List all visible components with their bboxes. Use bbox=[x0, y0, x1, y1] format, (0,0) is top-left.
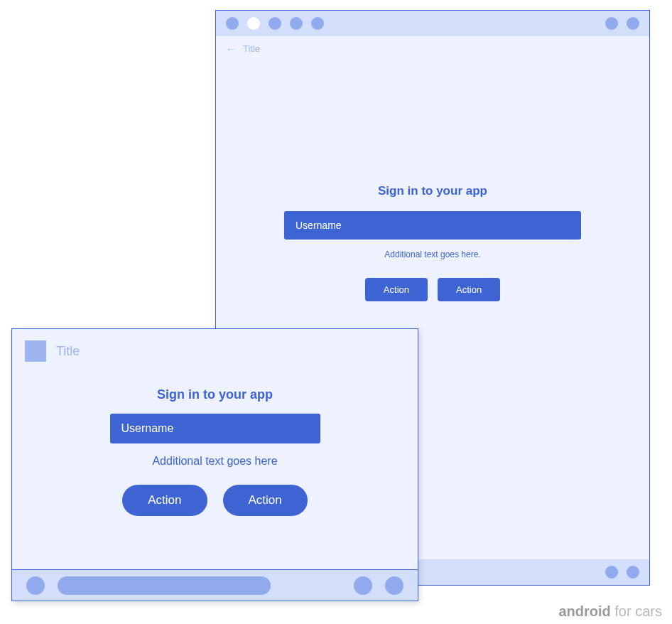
nav-dot-icon[interactable] bbox=[385, 576, 403, 595]
form-subtext: Additional text goes here. bbox=[384, 249, 480, 259]
status-dot-icon bbox=[269, 17, 281, 30]
sign-in-form: Sign in to your app Username Additional … bbox=[12, 387, 418, 516]
caption-bold: android bbox=[558, 603, 610, 619]
action-button-2[interactable]: Action bbox=[223, 485, 308, 516]
back-arrow-icon[interactable]: ← bbox=[226, 44, 236, 54]
form-heading: Sign in to your app bbox=[378, 184, 487, 198]
nav-dot-icon bbox=[605, 566, 618, 579]
nav-dot-icon[interactable] bbox=[26, 576, 45, 595]
action-button-1[interactable]: Action bbox=[365, 278, 428, 301]
status-dot-icon bbox=[627, 17, 639, 30]
device-phone-frame: Title Sign in to your app Username Addit… bbox=[11, 328, 418, 601]
header-title: Title bbox=[56, 344, 80, 359]
app-header: ← Title bbox=[216, 36, 649, 61]
app-header: Title bbox=[12, 329, 418, 373]
app-icon bbox=[25, 340, 46, 362]
status-dot-icon bbox=[226, 17, 239, 30]
username-input[interactable]: Username bbox=[110, 414, 320, 443]
brand-caption: android for cars bbox=[558, 603, 662, 620]
status-dot-icon bbox=[605, 17, 618, 30]
status-dot-icon bbox=[290, 17, 303, 30]
status-bar bbox=[216, 11, 649, 36]
action-row: Action Action bbox=[122, 485, 308, 516]
action-button-1[interactable]: Action bbox=[122, 485, 207, 516]
username-input[interactable]: Username bbox=[284, 211, 581, 240]
header-title: Title bbox=[243, 43, 260, 54]
status-dot-active-icon bbox=[247, 17, 260, 30]
status-dot-icon bbox=[311, 17, 324, 30]
nav-pill-icon[interactable] bbox=[58, 576, 271, 595]
action-button-2[interactable]: Action bbox=[438, 278, 500, 301]
nav-bar bbox=[12, 569, 418, 601]
nav-dot-icon bbox=[627, 566, 639, 579]
nav-dot-icon[interactable] bbox=[354, 576, 372, 595]
action-row: Action Action bbox=[365, 278, 500, 301]
form-subtext: Additional text goes here bbox=[152, 455, 277, 468]
sign-in-form: Sign in to your app Username Additional … bbox=[216, 184, 649, 301]
form-heading: Sign in to your app bbox=[157, 387, 273, 402]
caption-rest: for cars bbox=[611, 603, 662, 619]
